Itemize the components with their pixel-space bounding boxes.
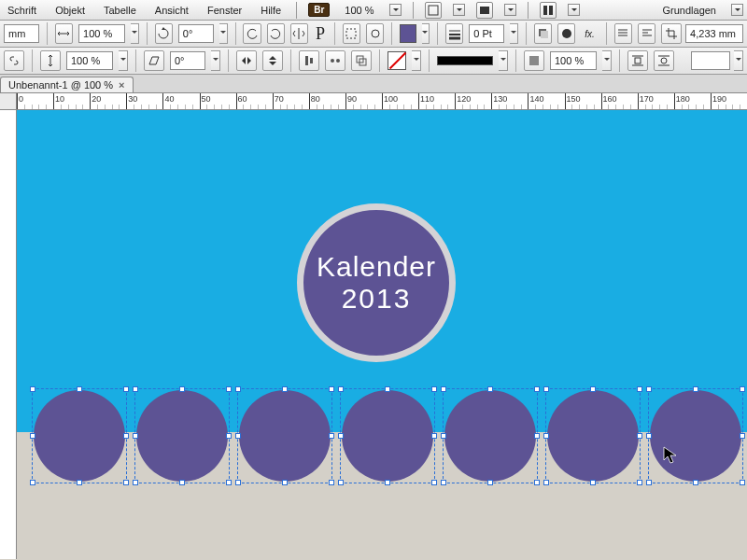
horizontal-ruler[interactable]: 0102030405060708090100110120130140150160… — [0, 93, 747, 110]
screen-mode-dropdown-icon[interactable] — [504, 4, 516, 16]
stroke-weight-dropdown-icon[interactable] — [510, 23, 518, 44]
rotate-field[interactable]: 0° — [178, 24, 214, 43]
shear-dropdown-icon[interactable] — [211, 50, 220, 71]
ruler-tick-label: 20 — [92, 94, 101, 104]
align-icon[interactable] — [299, 50, 319, 71]
stroke-color-swatch[interactable] — [388, 51, 406, 70]
arrange-documents-icon[interactable] — [540, 2, 557, 19]
menu-tabelle[interactable]: Tabelle — [100, 3, 140, 18]
scale-x-field[interactable]: 100 % — [78, 24, 125, 43]
scale-x-dropdown-icon[interactable] — [131, 23, 139, 44]
zoom-dropdown-icon[interactable] — [389, 4, 402, 16]
ruler-origin-icon[interactable] — [0, 93, 17, 110]
stroke-weight-icon[interactable] — [445, 23, 463, 44]
svg-point-28 — [661, 58, 667, 63]
control-bar-row2: 100 % 0° 100 % — [0, 48, 747, 75]
fx-label[interactable]: fx. — [581, 29, 599, 39]
measure-field[interactable]: 4,233 mm — [685, 24, 743, 43]
svg-rect-10 — [541, 31, 548, 38]
stroke-style-selector[interactable] — [437, 56, 493, 65]
shear-field[interactable]: 0° — [170, 51, 205, 70]
month-circle[interactable] — [136, 390, 228, 482]
flip-v-icon[interactable] — [262, 50, 283, 71]
month-circle[interactable] — [342, 390, 433, 482]
flip-h-icon[interactable] — [236, 50, 257, 71]
drop-shadow-icon[interactable] — [557, 23, 575, 44]
svg-rect-4 — [346, 29, 356, 38]
separator — [47, 22, 48, 45]
view-mode-normal-icon[interactable] — [425, 2, 442, 19]
screen-mode-icon[interactable] — [476, 2, 493, 19]
view-mode-dropdown-icon[interactable] — [453, 4, 465, 16]
artboard[interactable]: Kalender 2013 — [17, 110, 747, 559]
month-circle[interactable] — [547, 390, 639, 482]
stroke-dropdown-icon[interactable] — [412, 50, 421, 71]
text-wrap-2-icon[interactable] — [638, 23, 655, 44]
ruler-tick-label: 30 — [128, 94, 137, 104]
workspace-selector[interactable]: Grundlagen — [659, 3, 721, 18]
opacity-dropdown-icon[interactable] — [602, 50, 612, 71]
ruler-tick-label: 100 — [384, 94, 398, 104]
canvas-area[interactable]: Kalender 2013 — [0, 110, 747, 559]
separator — [515, 49, 516, 72]
month-circle[interactable] — [34, 390, 125, 482]
ruler-tick-label: 170 — [640, 94, 654, 104]
month-circle[interactable] — [444, 390, 536, 482]
ruler-tick-label: 190 — [712, 94, 726, 104]
month-circle[interactable] — [650, 390, 741, 482]
menu-hilfe[interactable]: Hilfe — [257, 3, 285, 18]
rotate-ccw-icon[interactable] — [243, 23, 261, 44]
scale-y-dropdown-icon[interactable] — [119, 50, 128, 71]
menu-schrift[interactable]: Schrift — [4, 3, 40, 18]
distribute-icon[interactable] — [325, 50, 345, 71]
ruler-tick-label: 160 — [603, 94, 617, 104]
fill-dropdown-icon[interactable] — [422, 23, 430, 44]
close-tab-icon[interactable]: × — [119, 79, 124, 91]
menu-fenster[interactable]: Fenster — [204, 3, 246, 18]
opacity-icon[interactable] — [524, 50, 544, 71]
y-field[interactable]: mm — [4, 24, 39, 43]
height-icon[interactable] — [40, 50, 61, 71]
width-icon[interactable] — [55, 23, 73, 44]
bridge-button[interactable]: Br — [308, 3, 330, 17]
ruler-tick-label: 90 — [347, 94, 357, 104]
separator — [391, 22, 392, 45]
month-circle[interactable] — [239, 390, 331, 482]
select-container-icon[interactable] — [343, 23, 360, 44]
corner-field[interactable] — [691, 51, 730, 70]
title-circle[interactable]: Kalender 2013 — [297, 203, 456, 362]
wrap-bounding-icon[interactable] — [627, 50, 648, 71]
pathfinder-icon[interactable] — [351, 50, 372, 71]
ruler-tick-label: 40 — [164, 94, 174, 104]
rotate-cw-icon[interactable] — [267, 23, 285, 44]
zoom-level-display[interactable]: 100 % — [341, 5, 377, 16]
paragraph-icon[interactable]: P — [314, 24, 327, 44]
svg-rect-25 — [635, 58, 641, 63]
scale-y-field[interactable]: 100 % — [66, 51, 113, 70]
stroke-weight-field[interactable]: 0 Pt — [469, 24, 504, 43]
menu-ansicht[interactable]: Ansicht — [151, 3, 192, 18]
stroke-style-dropdown-icon[interactable] — [499, 50, 508, 71]
vertical-ruler[interactable] — [0, 110, 17, 559]
rotate-icon[interactable] — [155, 23, 173, 44]
crop-icon[interactable] — [661, 23, 682, 44]
document-tab[interactable]: Unbenannt-1 @ 100 % × — [0, 77, 134, 92]
effects-icon[interactable] — [534, 23, 552, 44]
link-icon[interactable] — [4, 50, 24, 71]
separator — [526, 22, 527, 45]
wrap-shape-icon[interactable] — [654, 50, 674, 71]
flip-icon[interactable] — [290, 23, 308, 44]
ruler-tick-label: 180 — [676, 94, 690, 104]
arrange-dropdown-icon[interactable] — [568, 4, 580, 16]
ruler-tick-label: 0 — [19, 94, 23, 104]
workspace-dropdown-icon[interactable] — [731, 4, 743, 16]
menu-objekt[interactable]: Objekt — [51, 3, 89, 18]
select-content-icon[interactable] — [366, 23, 384, 44]
opacity-field[interactable]: 100 % — [550, 51, 597, 70]
text-wrap-icon[interactable] — [614, 23, 632, 44]
shear-icon[interactable] — [144, 50, 164, 71]
rotate-dropdown-icon[interactable] — [219, 23, 228, 44]
svg-point-20 — [331, 59, 334, 63]
corner-dropdown-icon[interactable] — [734, 50, 743, 71]
fill-color-swatch[interactable] — [400, 24, 416, 43]
